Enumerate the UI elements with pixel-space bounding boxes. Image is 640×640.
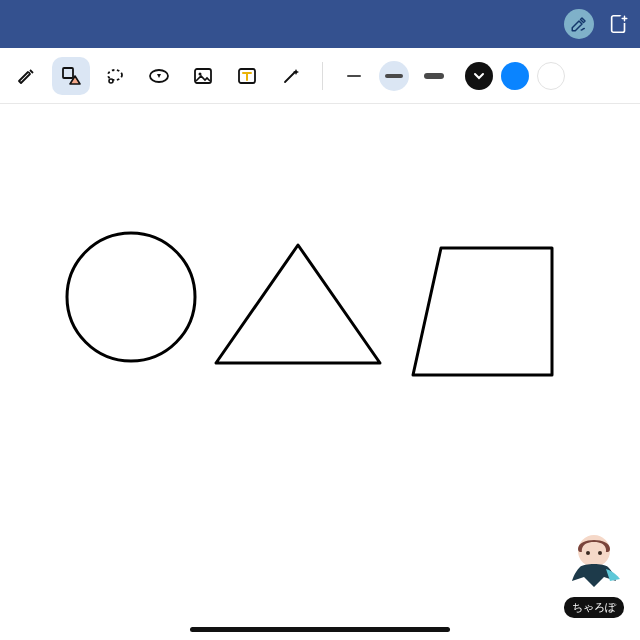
svg-point-10 [586,551,590,555]
image-icon [191,64,215,88]
toolbar-divider [322,62,323,90]
home-indicator [190,627,450,632]
drawn-triangle [216,245,380,363]
chevron-down-icon [473,70,485,82]
wand-icon [279,64,303,88]
toolbar [0,48,640,104]
svg-point-9 [578,535,610,567]
stroke-thick[interactable] [419,61,449,91]
color-white[interactable] [537,62,565,90]
app-root: ちゃろぽ [0,0,640,640]
adjust-tool[interactable] [272,57,310,95]
stroke-medium[interactable] [379,61,409,91]
pen-icon [570,15,588,33]
stroke-width-group [339,61,449,91]
pen-mode-button[interactable] [564,9,594,39]
image-tool[interactable] [184,57,222,95]
shape-tool[interactable] [52,57,90,95]
add-page-button[interactable] [606,11,632,37]
add-page-icon [608,13,630,35]
stroke-thin[interactable] [339,61,369,91]
titlebar [0,0,640,48]
svg-point-4 [109,79,113,83]
stroke-line-thin [347,75,361,77]
canvas[interactable]: ちゃろぽ [0,104,640,640]
text-tool[interactable] [228,57,266,95]
shape-icon [59,64,83,88]
avatar [562,529,626,593]
color-picker-button[interactable] [465,62,493,90]
stroke-line-thick [424,73,444,79]
svg-point-11 [598,551,602,555]
drawn-circle [67,233,195,361]
avatar-label: ちゃろぽ [564,597,624,618]
color-group [465,62,565,90]
svg-rect-6 [195,69,211,83]
marker-tool[interactable] [8,57,46,95]
lasso-tool[interactable] [96,57,134,95]
drawn-trapezoid [413,248,552,375]
text-icon [235,64,259,88]
marker-icon [15,64,39,88]
lasso-icon [103,64,127,88]
stamp-icon [147,64,171,88]
color-blue[interactable] [501,62,529,90]
svg-rect-2 [63,68,73,78]
avatar-icon [562,529,626,593]
stroke-line-medium [385,74,403,78]
canvas-svg [0,104,640,640]
stamp-tool[interactable] [140,57,178,95]
avatar-badge: ちゃろぽ [562,529,626,618]
